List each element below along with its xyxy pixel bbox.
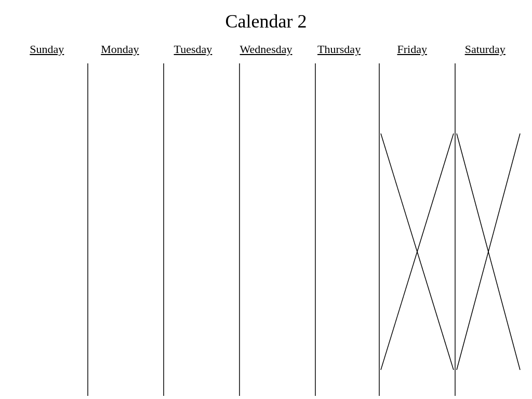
page-title: Calendar 2 <box>0 0 532 43</box>
page-container: Calendar 2 Sunday Monday Tuesday Wednesd… <box>0 0 532 399</box>
calendar-svg <box>0 43 532 396</box>
calendar-area: Sunday Monday Tuesday Wednesday Thursday… <box>0 43 532 399</box>
